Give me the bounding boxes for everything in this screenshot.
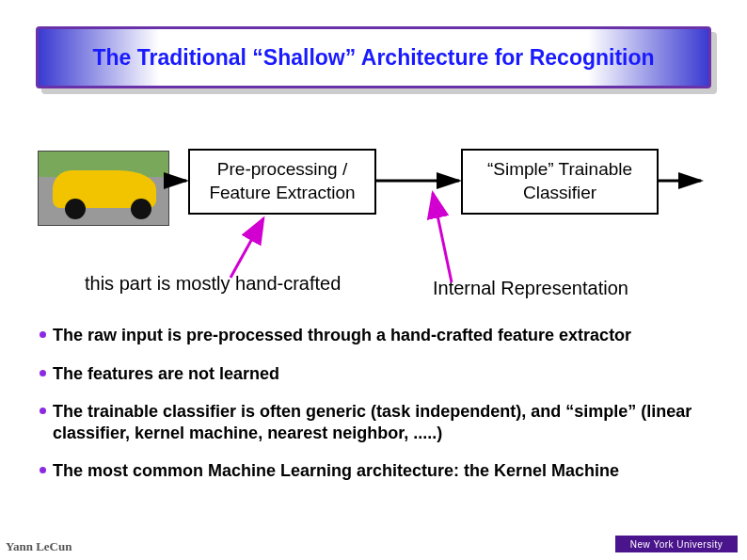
wheel-icon bbox=[131, 199, 151, 219]
bullet-item: The most common Machine Learning archite… bbox=[40, 460, 707, 482]
footer-affiliation-text: New York University bbox=[630, 539, 723, 550]
bullet-item: The features are not learned bbox=[40, 363, 707, 385]
footer-author: Yann LeCun bbox=[6, 539, 72, 554]
svg-line-4 bbox=[433, 193, 452, 282]
input-image-placeholder bbox=[38, 151, 169, 226]
footer-affiliation-logo: New York University bbox=[615, 536, 738, 552]
bullet-item: The raw input is pre-processed through a… bbox=[40, 325, 707, 346]
preprocessing-label: Pre-processing / Feature Extraction bbox=[190, 158, 374, 204]
internal-rep-annotation: Internal Representation bbox=[433, 278, 649, 299]
preprocessing-box: Pre-processing / Feature Extraction bbox=[188, 149, 376, 215]
wheel-icon bbox=[65, 199, 86, 219]
classifier-label: “Simple” Trainable Classifier bbox=[463, 158, 657, 204]
handcrafted-annotation: this part is mostly hand-crafted bbox=[85, 273, 348, 295]
slide-title: The Traditional “Shallow” Architecture f… bbox=[92, 45, 654, 71]
svg-line-3 bbox=[230, 218, 263, 278]
bullet-list: The raw input is pre-processed through a… bbox=[40, 325, 707, 499]
classifier-box: “Simple” Trainable Classifier bbox=[461, 149, 659, 215]
title-box: The Traditional “Shallow” Architecture f… bbox=[36, 26, 711, 88]
bullet-item: The trainable classifier is often generi… bbox=[40, 401, 707, 443]
slide-title-container: The Traditional “Shallow” Architecture f… bbox=[36, 26, 711, 88]
